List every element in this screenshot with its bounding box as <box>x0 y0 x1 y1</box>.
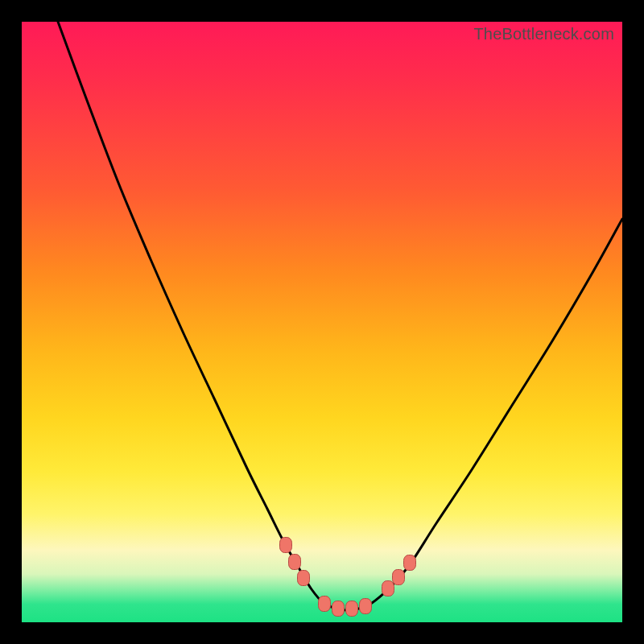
curve-marker <box>332 601 345 617</box>
curve-marker <box>289 555 301 570</box>
curve-marker <box>393 570 405 585</box>
curve-marker <box>319 597 331 612</box>
curve-marker <box>382 581 394 597</box>
plot-area: TheBottleneck.com <box>22 22 622 622</box>
chart-frame: TheBottleneck.com <box>0 0 644 644</box>
bottleneck-curve <box>22 22 622 622</box>
curve-marker <box>404 555 416 571</box>
curve-marker <box>298 571 310 586</box>
curve-marker <box>346 601 358 617</box>
curve-marker <box>360 599 372 614</box>
curve-marker <box>280 538 292 553</box>
watermark-text: TheBottleneck.com <box>473 25 614 43</box>
